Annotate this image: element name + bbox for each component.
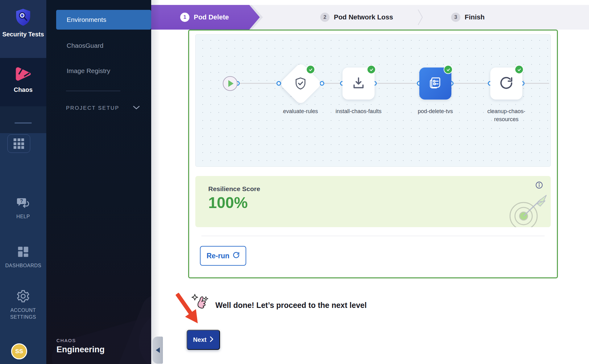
experiment-result-card: evaluate-rules install-chaos-faults pod-… [188,30,558,278]
rerun-label: Re-run [206,252,229,260]
success-badge [367,65,376,74]
step-number: 3 [451,13,460,22]
chevron-down-icon [133,105,140,111]
rail-item-dashboards[interactable]: DASHBOARDS [0,245,46,269]
shield-search-icon [14,8,32,28]
resilience-score-box: Resilience Score 100% [195,176,551,227]
refresh-icon [499,76,513,91]
step-finish[interactable]: 3 Finish [451,5,485,30]
pipeline-canvas[interactable]: evaluate-rules install-chaos-faults pod-… [195,34,551,167]
pipeline-node-evaluate-rules[interactable] [279,62,322,105]
card-divider [201,236,545,236]
refresh-icon [233,252,240,260]
rail-divider [15,122,32,124]
module-title: Engineering [56,345,105,354]
main-content: 1 Pod Delete 2 Pod Network Loss 3 Finish [151,0,589,364]
sidebar-collapse-handle[interactable] [152,337,163,364]
step-label: Pod Network Loss [334,13,393,21]
target-dart-illustration [509,194,550,227]
node-label: pod-delete-tvs [412,107,458,115]
step-number: 2 [320,13,330,22]
success-badge [444,65,453,74]
rail-item-account-settings[interactable]: ACCOUNT SETTINGS [0,289,46,321]
score-value: 100% [208,194,248,212]
sidebar-item-chaosguard[interactable]: ChaosGuard [56,36,151,55]
annotation-arrow-icon [169,293,201,334]
module-picker-button[interactable] [7,134,30,153]
dashboards-icon [16,245,30,260]
download-icon [351,76,366,92]
wizard-stepper: 1 Pod Delete 2 Pod Network Loss 3 Finish [151,5,589,30]
module-kicker: CHAOS [56,338,105,343]
score-label: Resilience Score [208,185,260,193]
section-label: PROJECT SETUP [66,105,119,111]
node-label: install-chaos-faults [335,107,382,115]
rail-item-label: ACCOUNT SETTINGS [5,307,41,321]
success-badge [306,65,315,74]
step-label: Pod Delete [194,13,229,21]
module-chaos[interactable]: Chaos [0,58,46,106]
chaos-fault-icon [428,76,442,91]
pipeline-start-node[interactable] [223,76,238,91]
congrats-message: Well done! Let’s proceed to the next lev… [215,301,367,310]
module-label: Chaos [14,86,32,93]
chevron-right-icon [210,336,214,344]
sidebar-section-project-setup[interactable]: PROJECT SETUP [66,102,140,115]
user-avatar[interactable]: SS [11,343,27,359]
sidebar-item-environments[interactable]: Environments [56,10,151,30]
chaos-icon [15,66,32,83]
step-number: 1 [180,13,189,22]
rerun-button[interactable]: Re-run [200,246,246,266]
module-label: Security Tests [2,31,44,38]
sidebar-item-image-registry[interactable]: Image Registry [56,61,151,81]
node-label: cleanup-chaos-resources [483,107,529,123]
chevron-left-icon [156,347,160,353]
step-pod-network-loss[interactable]: 2 Pod Network Loss [320,5,393,30]
step-pod-delete[interactable]: 1 Pod Delete [151,5,260,30]
pipeline-node-pod-delete-tvs[interactable] [419,67,451,100]
success-badge [515,65,524,74]
next-label: Next [193,336,206,343]
rail-spacer [0,106,46,133]
pipeline-node-cleanup-chaos-resources[interactable] [490,67,522,100]
help-chat-icon: ? [16,197,30,211]
gear-icon [16,289,30,305]
grid-icon [14,138,24,149]
step-label: Finish [465,13,485,21]
pipeline-node-install-chaos-faults[interactable] [342,67,375,100]
svg-text:?: ? [20,198,23,204]
info-icon[interactable] [535,181,543,190]
sidebar-footer: CHAOS Engineering [56,338,105,354]
module-security-tests[interactable]: Security Tests [0,0,46,58]
sidebar-divider [66,91,120,91]
node-label: evaluate-rules [277,107,324,115]
rail-item-help[interactable]: ? HELP [0,197,46,220]
step-separator-chevron-icon [417,9,424,27]
rail-item-label: DASHBOARDS [5,262,41,269]
module-rail: Security Tests Chaos ? HELP [0,0,46,364]
shield-check-icon [279,62,322,105]
project-sidebar: Environments ChaosGuard Image Registry P… [46,0,151,364]
rail-item-label: HELP [16,213,30,220]
play-icon [228,80,234,87]
